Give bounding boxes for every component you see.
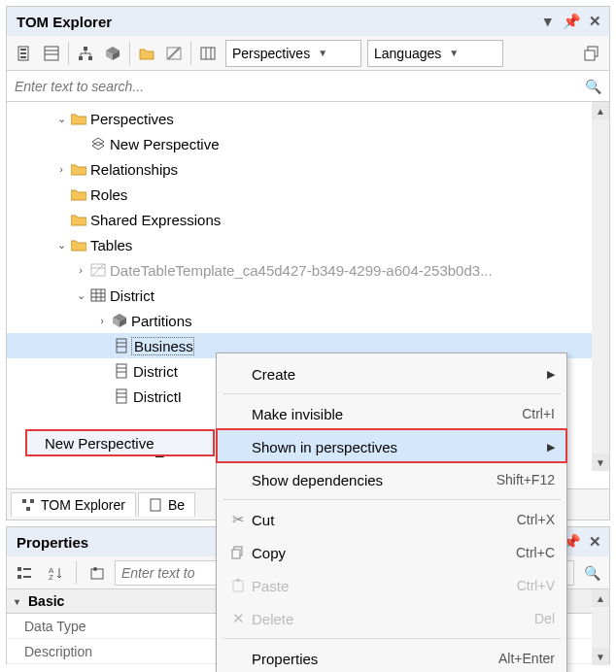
close-icon[interactable]: ✕ — [586, 533, 603, 551]
columns-layout-icon[interactable] — [194, 40, 222, 67]
toolbar: Perspectives ▼ Languages ▼ — [7, 36, 609, 71]
perspective-submenu-caption[interactable]: New Perspective — [25, 429, 215, 456]
separator — [76, 561, 77, 585]
scroll-up-icon[interactable]: ▲ — [592, 102, 609, 119]
menu-copy[interactable]: Copy Ctrl+C — [217, 536, 566, 569]
view-column-icon[interactable] — [11, 40, 38, 67]
close-icon[interactable]: ✕ — [586, 13, 603, 30]
hidden-icon[interactable] — [160, 40, 188, 67]
cube-icon[interactable] — [99, 40, 126, 67]
collapse-icon[interactable]: ▾ — [15, 596, 28, 607]
perspectives-dropdown[interactable]: Perspectives ▼ — [225, 40, 361, 67]
search-input[interactable] — [15, 79, 585, 94]
svg-rect-63 — [91, 569, 103, 579]
scroll-down-icon[interactable]: ▼ — [592, 454, 609, 471]
menu-properties[interactable]: Properties Alt+Enter — [217, 642, 566, 672]
tab-tom-explorer[interactable]: TOM Explorer — [11, 492, 136, 517]
tom-explorer-title: TOM Explorer — [17, 14, 112, 30]
svg-rect-54 — [232, 550, 240, 558]
svg-line-28 — [92, 264, 104, 276]
hidden-table-icon — [88, 262, 108, 278]
tree-node-shared-expressions[interactable]: Shared Expressions — [7, 207, 609, 232]
tree-node-perspectives[interactable]: ⌄ Perspectives — [7, 106, 609, 131]
menu-delete: ✕ Delete Del — [217, 602, 566, 635]
menu-cut[interactable]: ✂ Cut Ctrl+X — [217, 503, 566, 536]
folder-icon — [69, 187, 88, 201]
svg-rect-52 — [151, 499, 160, 511]
svg-rect-50 — [30, 499, 34, 503]
svg-rect-59 — [17, 575, 21, 579]
tree-node-relationships[interactable]: › Relationships — [7, 156, 609, 182]
svg-rect-4 — [45, 47, 58, 60]
view-table-icon[interactable] — [38, 40, 65, 67]
menu-create[interactable]: Create ▶ — [217, 357, 566, 390]
svg-line-18 — [168, 48, 180, 59]
svg-rect-2 — [20, 52, 26, 54]
submenu-arrow-icon: ▶ — [541, 441, 555, 454]
chevron-down-icon: ▼ — [449, 48, 459, 58]
vertical-scrollbar[interactable]: ▲ ▼ — [592, 102, 609, 471]
alphabetical-icon[interactable]: AZ — [42, 559, 69, 587]
folder-icon — [69, 162, 88, 176]
menu-separator — [222, 638, 561, 639]
tab-be[interactable]: Be — [138, 492, 195, 517]
tree-node-new-perspective[interactable]: New Perspective — [7, 131, 609, 156]
tree-node-partitions[interactable]: › Partitions — [7, 308, 609, 333]
svg-rect-1 — [20, 49, 26, 50]
svg-point-64 — [93, 567, 97, 571]
copy-icon — [224, 546, 252, 559]
collapse-icon[interactable]: ⌄ — [53, 239, 69, 252]
partition-icon — [110, 313, 129, 328]
collapse-icon[interactable]: ⌄ — [53, 113, 69, 125]
hierarchy-icon[interactable] — [72, 40, 99, 67]
scroll-down-icon[interactable]: ▼ — [592, 648, 609, 665]
scroll-track[interactable] — [592, 119, 609, 454]
menu-show-dependencies[interactable]: Show dependencies Shift+F12 — [217, 463, 566, 496]
column-icon — [112, 388, 131, 404]
tree-node-district[interactable]: ⌄ District — [7, 283, 609, 308]
expand-icon[interactable]: › — [94, 315, 110, 326]
search-icon[interactable]: 🔍 — [585, 79, 601, 94]
tree-node-tables[interactable]: ⌄ Tables — [7, 232, 609, 257]
expand-icon[interactable]: › — [73, 264, 88, 276]
menu-make-invisible[interactable]: Make invisible Ctrl+I — [217, 397, 566, 430]
svg-rect-58 — [23, 568, 31, 570]
menu-shown-in-perspectives[interactable]: Shown in perspectives ▶ — [217, 430, 566, 463]
events-icon[interactable] — [84, 559, 111, 587]
svg-rect-56 — [236, 579, 240, 582]
menu-separator — [222, 499, 561, 500]
svg-rect-3 — [20, 56, 26, 58]
separator — [129, 42, 130, 65]
vertical-scrollbar[interactable]: ▲ ▼ — [592, 589, 609, 665]
collapse-icon[interactable]: ⌄ — [73, 289, 88, 302]
separator — [190, 42, 191, 65]
paste-icon — [224, 579, 252, 592]
cut-icon: ✂ — [224, 511, 252, 528]
table-icon — [88, 287, 108, 303]
search-bar: 🔍 — [7, 71, 609, 102]
folder-icon[interactable] — [133, 40, 160, 67]
expand-icon[interactable]: › — [53, 163, 69, 175]
document-icon — [149, 498, 162, 512]
tom-explorer-title-bar: TOM Explorer ▾ 📌 ✕ — [7, 7, 609, 36]
languages-dropdown-label: Languages — [374, 46, 441, 61]
svg-rect-55 — [233, 581, 243, 591]
chevron-down-icon: ▼ — [318, 48, 327, 58]
languages-dropdown[interactable]: Languages ▼ — [367, 40, 503, 67]
restore-windows-icon[interactable] — [578, 40, 605, 67]
menu-separator — [222, 393, 561, 394]
tree-node-date-template[interactable]: › DateTableTemplate_ca45d427-b349-4299-a… — [7, 257, 609, 283]
pin-icon[interactable]: 📌 — [563, 13, 580, 30]
scroll-up-icon[interactable]: ▲ — [592, 589, 609, 607]
categorized-icon[interactable] — [11, 559, 38, 587]
svg-rect-29 — [91, 289, 105, 301]
window-options-icon[interactable]: ▾ — [539, 13, 557, 30]
svg-rect-57 — [17, 567, 21, 571]
svg-rect-9 — [88, 56, 92, 60]
delete-icon: ✕ — [224, 610, 252, 627]
tree-icon — [21, 498, 35, 512]
search-icon[interactable]: 🔍 — [578, 559, 605, 587]
tree-node-roles[interactable]: Roles — [7, 182, 609, 207]
separator — [68, 42, 69, 65]
menu-paste: Paste Ctrl+V — [217, 569, 566, 602]
